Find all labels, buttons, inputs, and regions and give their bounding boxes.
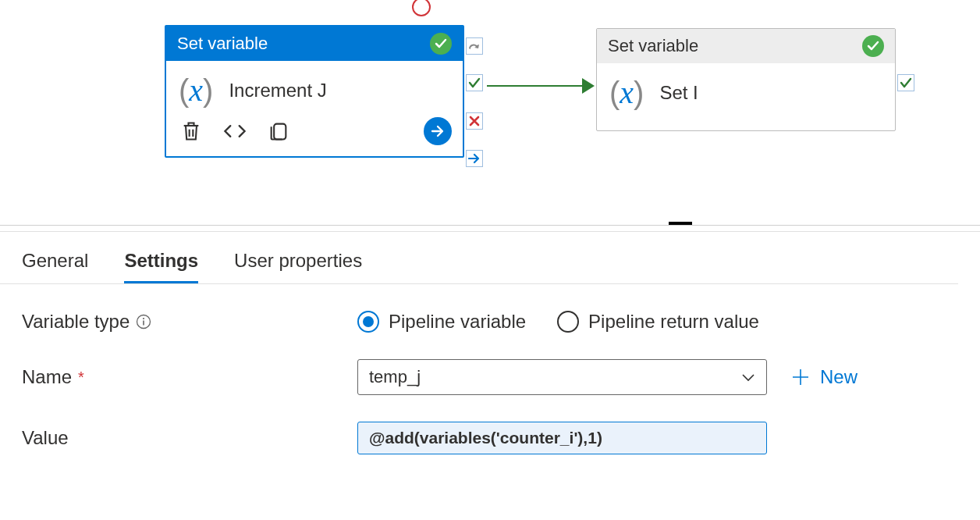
node-body: (x) Increment J <box>166 61 463 114</box>
node-action-bar <box>166 114 463 156</box>
svg-rect-0 <box>274 124 286 140</box>
row-variable-type: Variable type Pipeline variable Pipeline… <box>22 311 958 333</box>
run-arrow-button[interactable] <box>424 117 452 145</box>
radio-pipeline-return-value[interactable]: Pipeline return value <box>557 311 759 333</box>
value-expression-input[interactable]: @add(variables('counter_i'),1) <box>357 422 767 454</box>
status-success-icon <box>862 35 884 57</box>
activity-node-set-i[interactable]: Set variable (x) Set I <box>596 28 896 131</box>
activity-name: Increment J <box>229 80 326 102</box>
edge-success[interactable] <box>487 85 582 87</box>
activity-node-increment-j[interactable]: Set variable (x) Increment J <box>165 25 464 158</box>
name-select[interactable]: temp_j <box>357 359 767 395</box>
top-port-ring[interactable] <box>412 0 431 16</box>
tab-user-properties[interactable]: User properties <box>234 242 362 283</box>
properties-panel: General Settings User properties Variabl… <box>0 234 980 481</box>
svg-rect-3 <box>144 321 145 326</box>
tab-bar: General Settings User properties <box>0 242 958 284</box>
status-success-icon <box>430 33 452 55</box>
delete-icon[interactable] <box>180 120 202 142</box>
copy-icon[interactable] <box>268 120 289 142</box>
node-title: Set variable <box>608 36 698 56</box>
label-name: Name * <box>22 366 357 388</box>
plus-icon <box>790 367 811 387</box>
radio-text: Pipeline variable <box>389 311 526 333</box>
node-header: Set variable <box>597 29 895 63</box>
radio-text: Pipeline return value <box>588 311 759 333</box>
port-success-icon[interactable] <box>466 74 483 91</box>
radio-pipeline-variable[interactable]: Pipeline variable <box>357 311 526 333</box>
tab-general[interactable]: General <box>22 242 88 283</box>
code-icon[interactable] <box>222 120 247 142</box>
chevron-down-icon <box>741 367 755 387</box>
row-name: Name * temp_j New <box>22 359 958 395</box>
svg-point-2 <box>143 318 144 319</box>
radio-group-variable-type: Pipeline variable Pipeline return value <box>357 311 759 333</box>
label-value: Value <box>22 427 357 449</box>
pipeline-canvas[interactable]: Set variable (x) Increment J <box>0 0 980 226</box>
row-value: Value @add(variables('counter_i'),1) <box>22 422 958 454</box>
divider <box>0 225 980 226</box>
variable-icon: (x) <box>177 75 215 106</box>
tab-settings[interactable]: Settings <box>124 242 198 283</box>
port-fail-icon[interactable] <box>466 112 483 130</box>
label-text: Name <box>22 366 72 388</box>
port-skip-icon[interactable] <box>466 150 483 167</box>
activity-name: Set I <box>659 82 698 104</box>
new-variable-link[interactable]: New <box>790 366 858 388</box>
port-redo-icon[interactable] <box>466 37 483 55</box>
node-header: Set variable <box>166 27 463 61</box>
label-text: Variable type <box>22 311 130 333</box>
required-asterisk: * <box>78 369 84 386</box>
expression-text: @add(variables('counter_i'),1) <box>369 429 602 447</box>
select-value: temp_j <box>369 367 421 387</box>
node-body: (x) Set I <box>597 63 895 130</box>
link-text: New <box>820 366 858 388</box>
label-text: Value <box>22 427 69 449</box>
radio-icon <box>357 311 379 333</box>
radio-icon <box>557 311 579 333</box>
node-title: Set variable <box>177 34 268 54</box>
variable-icon: (x) <box>608 77 645 109</box>
port-success-icon[interactable] <box>897 74 914 91</box>
label-variable-type: Variable type <box>22 311 357 333</box>
edge-arrowhead <box>582 78 595 94</box>
divider <box>0 231 980 232</box>
info-icon[interactable] <box>136 314 151 329</box>
